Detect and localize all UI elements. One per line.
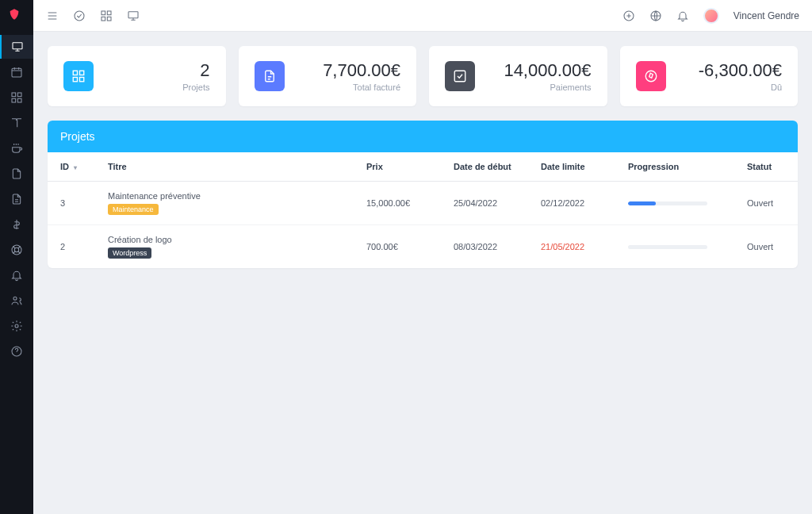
svg-rect-5 [17,98,21,102]
sidebar-item-projects[interactable] [0,86,33,109]
svg-rect-2 [12,93,16,97]
svg-point-8 [13,297,17,300]
sidebar-item-docs[interactable] [0,111,33,135]
sidebar-item-support[interactable] [0,238,33,262]
table-row[interactable]: 3 Maintenance préventive Maintenance 15,… [48,182,798,225]
app-logo[interactable] [8,8,25,25]
svg-rect-22 [80,78,84,82]
svg-rect-1 [12,68,21,77]
cell-price: 15,000.00€ [354,182,441,225]
monitor-icon [11,40,24,53]
screen-button[interactable] [127,10,140,22]
menu-icon [46,10,59,22]
svg-point-9 [15,324,18,328]
svg-rect-4 [12,98,16,102]
sidebar-item-files[interactable] [0,162,33,186]
cell-start: 08/03/2022 [441,225,528,269]
sidebar-item-coffee[interactable] [0,136,33,160]
col-price[interactable]: Prix [354,152,441,182]
stat-icon-wrap [445,61,475,91]
avatar[interactable] [703,8,719,24]
cell-status: Ouvert [734,182,798,225]
apps-button[interactable] [100,10,113,22]
stat-label: Paiements [504,82,591,92]
monitor-icon [127,10,140,22]
plus-circle-icon [622,10,635,22]
shield-icon [8,8,21,21]
sidebar-item-users[interactable] [0,289,33,313]
svg-rect-3 [17,93,21,97]
stat-value: -6,300.00€ [699,60,782,81]
language-button[interactable] [649,10,662,22]
svg-rect-23 [454,71,465,82]
col-progress[interactable]: Progression [615,152,734,182]
cell-status: Ouvert [734,225,798,269]
menu-toggle-button[interactable] [46,10,59,22]
progress-bar [628,201,707,205]
stat-card: 2 Projets [48,46,226,106]
cell-id: 2 [48,225,95,269]
stat-label: Total facturé [323,82,400,92]
add-button[interactable] [622,10,635,22]
svg-point-11 [75,11,84,21]
panel-title: Projets [48,121,798,152]
sidebar-item-billing[interactable] [0,213,33,236]
stat-value: 14,000.00€ [504,60,591,81]
topbar: Vincent Gendre [33,0,812,32]
col-status[interactable]: Statut [734,152,798,182]
sidebar-item-settings[interactable] [0,314,33,338]
sort-desc-icon: ▾ [74,164,77,171]
col-title[interactable]: Titre [95,152,354,182]
help-circle-icon [10,345,23,358]
svg-rect-13 [107,11,111,15]
sidebar-item-help[interactable] [0,339,33,363]
dollar-icon [10,218,23,231]
col-deadline[interactable]: Date limite [528,152,615,182]
lifebuoy-icon [10,244,23,256]
table-row[interactable]: 2 Création de logo Wordpress 700.00€ 08/… [48,225,798,269]
calendar-icon [10,66,23,79]
cell-deadline: 21/05/2022 [528,225,615,269]
globe-icon [649,10,662,22]
cell-price: 700.00€ [354,225,441,269]
cell-start: 25/04/2022 [441,182,528,225]
notifications-button[interactable] [676,10,689,22]
stat-card: 14,000.00€ Paiements [429,46,607,106]
projects-panel: Projets ID▾ Titre Prix Date de début Dat… [48,121,798,268]
cell-title: Maintenance préventive Maintenance [95,182,354,225]
gear-icon [10,320,23,332]
svg-point-7 [14,247,18,251]
stat-icon-wrap [63,61,94,91]
col-start[interactable]: Date de début [441,152,528,182]
file-icon [10,167,23,180]
sidebar-item-calendar[interactable] [0,60,33,84]
cell-progress [615,225,734,269]
bell-icon [676,10,689,22]
grid-icon [71,69,86,83]
book-open-icon [10,117,23,129]
tag-badge: Wordpress [108,247,151,259]
cell-deadline: 02/12/2022 [528,182,615,225]
content: 2 Projets 7,700.00€ Total facturé 14,000… [33,32,812,514]
cell-progress [615,182,734,225]
svg-rect-14 [102,17,105,21]
stat-label: Projets [182,82,209,92]
sidebar-item-invoices[interactable] [0,187,33,211]
grid-icon [100,10,113,22]
svg-rect-0 [13,43,22,49]
sidebar-item-notifications[interactable] [0,263,33,287]
stat-value: 2 [182,60,209,81]
svg-rect-16 [128,11,138,17]
user-name[interactable]: Vincent Gendre [733,10,799,21]
svg-rect-21 [73,78,77,82]
col-id[interactable]: ID▾ [48,152,95,182]
tag-badge: Maintenance [108,204,159,215]
progress-bar [628,245,707,249]
sidebar [0,0,33,514]
check-circle-icon [73,10,86,22]
svg-rect-20 [80,71,84,75]
tasks-button[interactable] [73,10,86,22]
grid-icon [10,91,23,104]
sidebar-item-dashboard[interactable] [0,35,33,59]
svg-rect-19 [73,71,77,75]
